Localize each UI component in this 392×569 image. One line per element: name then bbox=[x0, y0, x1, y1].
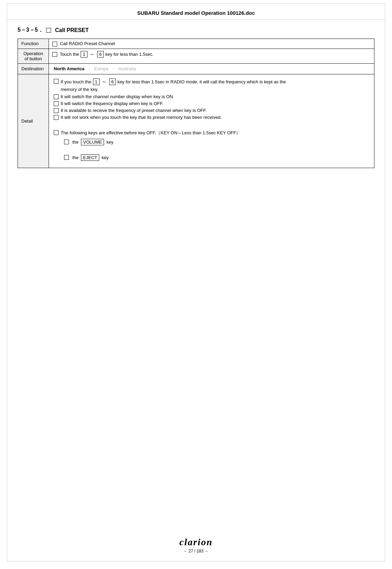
section-heading: 5－3－5． Call PRESET bbox=[18, 27, 374, 34]
content-area: 5－3－5． Call PRESET Function Call RADIO P… bbox=[7, 20, 385, 175]
operation-row: Operationof button Touch the 1 ～ 6 key f… bbox=[18, 49, 374, 63]
operation-content: Touch the 1 ～ 6 key for less than 1.5sec… bbox=[49, 49, 374, 63]
volume-cb bbox=[64, 139, 69, 144]
tilde-1: ～ bbox=[90, 51, 95, 57]
volume-suffix: key bbox=[106, 139, 113, 145]
detail-label: Detail bbox=[18, 74, 49, 168]
section-number: 5－3－5． bbox=[18, 27, 43, 34]
eject-key-line: the EJECT key bbox=[64, 154, 369, 161]
key-spacer bbox=[54, 148, 369, 152]
detail-cb-4 bbox=[54, 108, 59, 113]
detail-line-1: If you touch the 1 ～ 6 key for less than… bbox=[54, 79, 369, 85]
volume-key-line: the VOLUME key bbox=[64, 139, 369, 145]
destination-content: North America ・ Europe ・ Australia bbox=[49, 63, 374, 74]
following-block: The following keys are effective before … bbox=[54, 130, 369, 161]
detail-line5-text: It will not work when you touch the key … bbox=[61, 115, 222, 120]
detail-cb-2 bbox=[54, 94, 59, 99]
operation-suffix: key for less than 1.5sec. bbox=[105, 52, 154, 57]
operation-prefix: Touch the bbox=[60, 52, 79, 57]
section-checkbox bbox=[46, 28, 51, 33]
function-label: Function bbox=[18, 39, 49, 49]
australia-text: Australia bbox=[118, 66, 136, 71]
detail-tilde: ～ bbox=[102, 79, 107, 84]
detail-cb-5 bbox=[54, 115, 59, 120]
detail-content: If you touch the 1 ～ 6 key for less than… bbox=[49, 74, 374, 168]
detail-cb-1 bbox=[54, 79, 59, 84]
detail-line-4: It is available to receive the frequency… bbox=[54, 108, 369, 113]
key-6: 6 bbox=[97, 51, 104, 58]
detail-key-6: 6 bbox=[109, 79, 116, 85]
detail-line4-text: It is available to receive the frequency… bbox=[61, 108, 207, 113]
eject-cb bbox=[64, 155, 69, 160]
function-row: Function Call RADIO Preset Channel bbox=[18, 39, 374, 49]
operation-label: Operationof button bbox=[18, 49, 49, 63]
function-content: Call RADIO Preset Channel bbox=[49, 39, 374, 49]
detail-line-2: It will switch the channel number displa… bbox=[54, 94, 369, 99]
sep1: ・ bbox=[87, 66, 92, 71]
detail-row: Detail If you touch the 1 ～ 6 key for le… bbox=[18, 74, 374, 168]
operation-checkbox bbox=[52, 52, 57, 57]
page-container: SUBARU Standard model Operation 100126.d… bbox=[7, 3, 385, 561]
following-header-line: The following keys are effective before … bbox=[54, 130, 369, 136]
volume-prefix: the bbox=[72, 139, 79, 145]
detail-line-5: It will not work when you touch the key … bbox=[54, 115, 369, 120]
function-checkbox bbox=[52, 42, 57, 46]
destination-label: Destination bbox=[18, 63, 49, 74]
title-text: SUBARU Standard model Operation 100126.d… bbox=[137, 10, 255, 16]
destination-row: Destination North America ・ Europe ・ Aus… bbox=[18, 63, 374, 74]
page-number: － 27 / 183 － bbox=[7, 548, 385, 554]
following-cb bbox=[54, 130, 59, 135]
north-america-text: North America bbox=[54, 66, 84, 71]
europe-text: Europe bbox=[94, 66, 109, 71]
detail-line-3: It will switch the frequency display whe… bbox=[54, 101, 369, 106]
detail-key-1: 1 bbox=[93, 79, 100, 85]
detail-line1-cont: memory of the key. bbox=[61, 87, 369, 92]
clarion-logo: clarion bbox=[7, 537, 385, 548]
function-text: Call RADIO Preset Channel bbox=[60, 41, 115, 46]
detail-line1-text: If you touch the 1 ～ 6 key for less than… bbox=[61, 79, 286, 85]
section-title-text: Call PRESET bbox=[55, 27, 89, 33]
doc-title: SUBARU Standard model Operation 100126.d… bbox=[7, 4, 385, 20]
following-header-text: The following keys are effective before … bbox=[61, 130, 240, 136]
eject-prefix: the bbox=[72, 155, 79, 160]
eject-key-box: EJECT bbox=[81, 154, 99, 161]
sep2: ・ bbox=[111, 66, 116, 71]
volume-key-box: VOLUME bbox=[81, 139, 104, 145]
detail-line3-text: It will switch the frequency display whe… bbox=[61, 101, 163, 106]
key-1: 1 bbox=[81, 51, 87, 58]
main-table: Function Call RADIO Preset Channel Opera… bbox=[18, 39, 374, 168]
divider bbox=[54, 122, 369, 126]
eject-suffix: key bbox=[102, 155, 109, 160]
footer: clarion － 27 / 183 － bbox=[7, 537, 385, 554]
detail-cb-3 bbox=[54, 101, 59, 106]
detail-line2-text: It will switch the channel number displa… bbox=[61, 94, 174, 99]
